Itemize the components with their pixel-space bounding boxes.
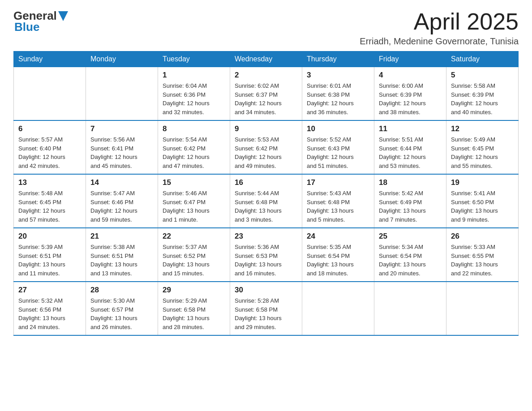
calendar-cell [14, 67, 86, 121]
day-info: Sunrise: 5:57 AMSunset: 6:40 PMDaylight:… [18, 135, 81, 170]
day-number: 14 [90, 178, 153, 187]
calendar-header-tuesday: Tuesday [158, 51, 230, 67]
day-info: Sunrise: 5:39 AMSunset: 6:51 PMDaylight:… [18, 243, 81, 278]
calendar-cell: 8Sunrise: 5:54 AMSunset: 6:42 PMDaylight… [158, 120, 230, 174]
calendar-cell: 17Sunrise: 5:43 AMSunset: 6:48 PMDayligh… [302, 174, 374, 228]
calendar-week-row: 6Sunrise: 5:57 AMSunset: 6:40 PMDaylight… [14, 120, 519, 174]
calendar-header-wednesday: Wednesday [230, 51, 302, 67]
calendar-cell: 10Sunrise: 5:52 AMSunset: 6:43 PMDayligh… [302, 120, 374, 174]
day-number: 11 [379, 124, 442, 133]
svg-marker-0 [58, 11, 68, 21]
day-number: 21 [90, 232, 153, 241]
day-number: 24 [307, 232, 369, 241]
day-number: 28 [90, 286, 153, 295]
day-info: Sunrise: 5:30 AMSunset: 6:57 PMDaylight:… [90, 296, 153, 331]
calendar-cell: 18Sunrise: 5:42 AMSunset: 6:49 PMDayligh… [374, 174, 446, 228]
calendar-cell: 25Sunrise: 5:34 AMSunset: 6:54 PMDayligh… [374, 228, 446, 282]
day-number: 26 [451, 232, 514, 241]
calendar-cell: 29Sunrise: 5:29 AMSunset: 6:58 PMDayligh… [158, 282, 230, 335]
day-info: Sunrise: 6:04 AMSunset: 6:36 PMDaylight:… [163, 81, 225, 116]
day-number: 18 [379, 178, 442, 187]
calendar-cell: 7Sunrise: 5:56 AMSunset: 6:41 PMDaylight… [86, 120, 158, 174]
day-info: Sunrise: 5:42 AMSunset: 6:49 PMDaylight:… [379, 189, 442, 224]
day-info: Sunrise: 5:28 AMSunset: 6:58 PMDaylight:… [235, 296, 297, 331]
calendar-header-saturday: Saturday [446, 51, 519, 67]
calendar-cell: 26Sunrise: 5:33 AMSunset: 6:55 PMDayligh… [446, 228, 519, 282]
day-info: Sunrise: 5:35 AMSunset: 6:54 PMDaylight:… [307, 243, 369, 278]
calendar-cell: 30Sunrise: 5:28 AMSunset: 6:58 PMDayligh… [230, 282, 302, 335]
calendar-cell: 24Sunrise: 5:35 AMSunset: 6:54 PMDayligh… [302, 228, 374, 282]
day-info: Sunrise: 5:33 AMSunset: 6:55 PMDaylight:… [451, 243, 514, 278]
calendar-week-row: 20Sunrise: 5:39 AMSunset: 6:51 PMDayligh… [14, 228, 519, 282]
day-number: 5 [451, 71, 514, 80]
calendar-cell: 3Sunrise: 6:01 AMSunset: 6:38 PMDaylight… [302, 67, 374, 121]
calendar-cell: 6Sunrise: 5:57 AMSunset: 6:40 PMDaylight… [14, 120, 86, 174]
day-info: Sunrise: 5:37 AMSunset: 6:52 PMDaylight:… [163, 243, 225, 278]
day-number: 9 [235, 124, 297, 133]
calendar-cell [446, 282, 519, 335]
calendar-cell: 1Sunrise: 6:04 AMSunset: 6:36 PMDaylight… [158, 67, 230, 121]
calendar-cell: 22Sunrise: 5:37 AMSunset: 6:52 PMDayligh… [158, 228, 230, 282]
calendar-cell: 27Sunrise: 5:32 AMSunset: 6:56 PMDayligh… [14, 282, 86, 335]
day-number: 10 [307, 124, 369, 133]
day-info: Sunrise: 6:02 AMSunset: 6:37 PMDaylight:… [235, 81, 297, 116]
calendar-cell [302, 282, 374, 335]
logo-blue-text: Blue [14, 20, 39, 34]
page-header: General Blue April 2025 Erriadh, Medenin… [13, 9, 519, 47]
title-section: April 2025 Erriadh, Medenine Governorate… [360, 9, 519, 47]
day-number: 19 [451, 178, 514, 187]
calendar-cell: 2Sunrise: 6:02 AMSunset: 6:37 PMDaylight… [230, 67, 302, 121]
day-number: 25 [379, 232, 442, 241]
day-number: 7 [90, 124, 153, 133]
day-info: Sunrise: 5:53 AMSunset: 6:42 PMDaylight:… [235, 135, 297, 170]
day-info: Sunrise: 5:44 AMSunset: 6:48 PMDaylight:… [235, 189, 297, 224]
day-number: 8 [163, 124, 225, 133]
calendar-cell: 4Sunrise: 6:00 AMSunset: 6:39 PMDaylight… [374, 67, 446, 121]
calendar-table: SundayMondayTuesdayWednesdayThursdayFrid… [13, 51, 519, 336]
day-info: Sunrise: 5:46 AMSunset: 6:47 PMDaylight:… [163, 189, 225, 224]
day-info: Sunrise: 5:43 AMSunset: 6:48 PMDaylight:… [307, 189, 369, 224]
day-number: 17 [307, 178, 369, 187]
day-info: Sunrise: 6:01 AMSunset: 6:38 PMDaylight:… [307, 81, 369, 116]
calendar-cell: 12Sunrise: 5:49 AMSunset: 6:45 PMDayligh… [446, 120, 519, 174]
calendar-header-sunday: Sunday [14, 51, 86, 67]
day-number: 2 [235, 71, 297, 80]
calendar-cell: 14Sunrise: 5:47 AMSunset: 6:46 PMDayligh… [86, 174, 158, 228]
day-info: Sunrise: 5:52 AMSunset: 6:43 PMDaylight:… [307, 135, 369, 170]
day-info: Sunrise: 5:51 AMSunset: 6:44 PMDaylight:… [379, 135, 442, 170]
calendar-week-row: 1Sunrise: 6:04 AMSunset: 6:36 PMDaylight… [14, 67, 519, 121]
day-info: Sunrise: 5:54 AMSunset: 6:42 PMDaylight:… [163, 135, 225, 170]
day-number: 15 [163, 178, 225, 187]
day-info: Sunrise: 6:00 AMSunset: 6:39 PMDaylight:… [379, 81, 442, 116]
logo-triangle-icon [58, 11, 68, 21]
day-number: 29 [163, 286, 225, 295]
calendar-cell [374, 282, 446, 335]
day-info: Sunrise: 5:38 AMSunset: 6:51 PMDaylight:… [90, 243, 153, 278]
day-info: Sunrise: 5:29 AMSunset: 6:58 PMDaylight:… [163, 296, 225, 331]
day-info: Sunrise: 5:56 AMSunset: 6:41 PMDaylight:… [90, 135, 153, 170]
day-number: 27 [18, 286, 81, 295]
day-number: 16 [235, 178, 297, 187]
day-number: 20 [18, 232, 81, 241]
day-info: Sunrise: 5:36 AMSunset: 6:53 PMDaylight:… [235, 243, 297, 278]
calendar-cell: 13Sunrise: 5:48 AMSunset: 6:45 PMDayligh… [14, 174, 86, 228]
calendar-week-row: 13Sunrise: 5:48 AMSunset: 6:45 PMDayligh… [14, 174, 519, 228]
day-number: 22 [163, 232, 225, 241]
day-number: 23 [235, 232, 297, 241]
logo: General Blue [13, 9, 68, 34]
day-info: Sunrise: 5:58 AMSunset: 6:39 PMDaylight:… [451, 81, 514, 116]
calendar-week-row: 27Sunrise: 5:32 AMSunset: 6:56 PMDayligh… [14, 282, 519, 335]
day-number: 12 [451, 124, 514, 133]
day-number: 6 [18, 124, 81, 133]
calendar-cell: 16Sunrise: 5:44 AMSunset: 6:48 PMDayligh… [230, 174, 302, 228]
calendar-header-thursday: Thursday [302, 51, 374, 67]
calendar-cell [86, 67, 158, 121]
calendar-cell: 28Sunrise: 5:30 AMSunset: 6:57 PMDayligh… [86, 282, 158, 335]
calendar-cell: 19Sunrise: 5:41 AMSunset: 6:50 PMDayligh… [446, 174, 519, 228]
calendar-cell: 5Sunrise: 5:58 AMSunset: 6:39 PMDaylight… [446, 67, 519, 121]
day-number: 13 [18, 178, 81, 187]
day-info: Sunrise: 5:49 AMSunset: 6:45 PMDaylight:… [451, 135, 514, 170]
calendar-cell: 23Sunrise: 5:36 AMSunset: 6:53 PMDayligh… [230, 228, 302, 282]
day-info: Sunrise: 5:48 AMSunset: 6:45 PMDaylight:… [18, 189, 81, 224]
calendar-cell: 9Sunrise: 5:53 AMSunset: 6:42 PMDaylight… [230, 120, 302, 174]
